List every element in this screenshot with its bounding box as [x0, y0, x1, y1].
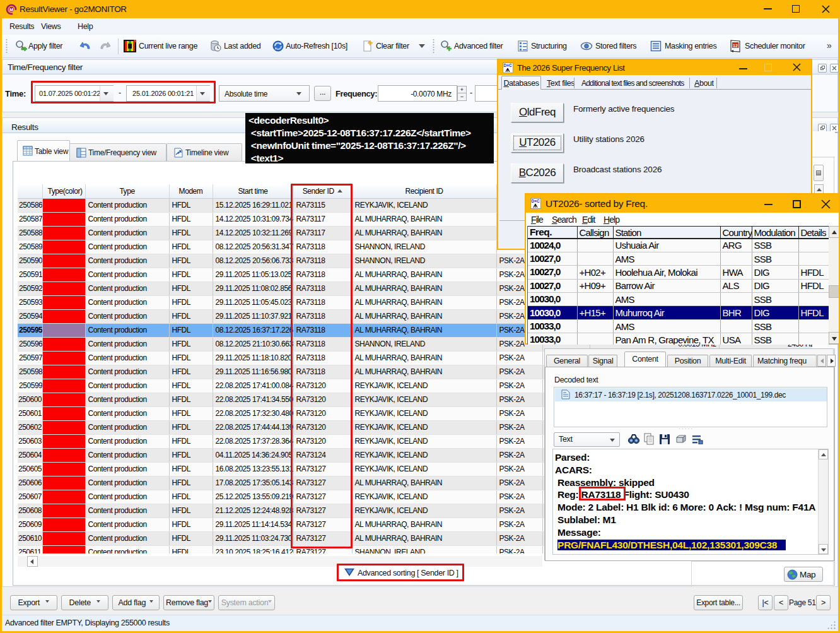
svg-text:D×C: D×C	[504, 63, 512, 68]
svg-text:M: M	[9, 7, 13, 13]
svg-text:D×C: D×C	[532, 199, 540, 203]
svg-text:12: 12	[733, 44, 738, 48]
